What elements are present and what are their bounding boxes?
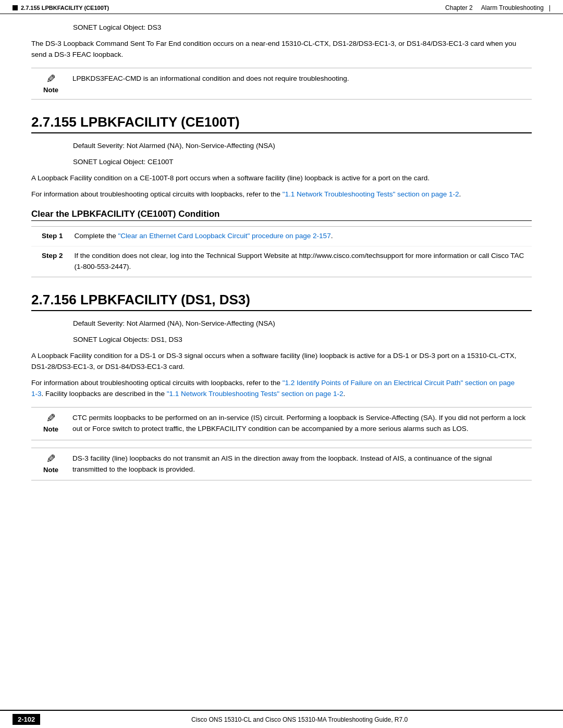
intro-note-box: ✎ Note LPBKDS3FEAC-CMD is an information… [31, 68, 532, 100]
sec156-desc1: A Loopback Facility condition for a DS-1… [31, 351, 521, 373]
sec156-desc2-suffix: . [343, 390, 345, 398]
sec156-sonet-obj: SONET Logical Objects: DS1, DS3 [73, 335, 521, 346]
section-155-title: 2.7.155 LPBKFACILITY (CE100T) [31, 114, 532, 133]
sec155-sonet-obj: SONET Logical Object: CE100T [73, 157, 521, 168]
intro-ds3-desc: The DS-3 Loopback Command Sent To Far En… [31, 39, 521, 60]
table-row: Step 2 If the condition does not clear, … [31, 246, 532, 277]
note-label-1: Note [43, 425, 58, 433]
main-content: SONET Logical Object: DS3 The DS-3 Loopb… [0, 14, 563, 519]
note-icon-area-2: ✎ Note [36, 453, 65, 474]
section-156-title: 2.7.156 LPBKFACILITY (DS1, DS3) [31, 292, 532, 311]
note-label-2: Note [43, 466, 58, 474]
table-row: Step 1 Complete the "Clear an Ethernet C… [31, 227, 532, 246]
sec156-note2-box: ✎ Note DS-3 facility (line) loopbacks do… [31, 448, 532, 481]
step2-content: If the condition does not clear, log int… [68, 246, 532, 277]
step1-label: Step 1 [31, 227, 68, 246]
sec156-severity: Default Severity: Not Alarmed (NA), Non-… [73, 318, 521, 329]
pencil-icon-1: ✎ [46, 413, 56, 424]
page-number: 2-102 [13, 714, 40, 725]
sec155-desc1: A Loopback Facility condition on a CE-10… [31, 173, 521, 184]
sec155-desc2-suffix: . [459, 190, 461, 198]
sec155-desc2-prefix: For information about troubleshooting op… [31, 190, 283, 198]
sec156-note2-content: DS-3 facility (line) loopbacks do not tr… [72, 453, 527, 475]
header-section: Alarm Troubleshooting [481, 4, 544, 11]
header-breadcrumb: 2.7.155 LPBKFACILITY (CE100T) [21, 5, 109, 11]
sec156-desc2-prefix: For information about troubleshooting op… [31, 379, 283, 387]
pencil-icon: ✎ [46, 73, 56, 85]
sec156-note1-box: ✎ Note CTC permits loopbacks to be perfo… [31, 407, 532, 440]
header-chapter: Chapter 2 [445, 4, 473, 11]
intro-sonet-object: SONET Logical Object: DS3 [73, 22, 521, 33]
header-left: 2.7.155 LPBKFACILITY (CE100T) [13, 5, 109, 11]
footer-text: Cisco ONS 15310-CL and Cisco ONS 15310-M… [48, 716, 550, 723]
header-square-icon [13, 5, 18, 10]
step2-label: Step 2 [31, 246, 68, 277]
pencil-icon-2: ✎ [46, 453, 56, 465]
note-icon-area-1: ✎ Note [36, 413, 65, 433]
page-footer: 2-102 Cisco ONS 15310-CL and Cisco ONS 1… [0, 710, 563, 728]
sec155-desc2: For information about troubleshooting op… [31, 189, 521, 200]
step1-text-prefix: Complete the [75, 232, 118, 240]
sec155-severity: Default Severity: Not Alarmed (NA), Non-… [73, 141, 521, 152]
sec156-desc2-middle: . Facility loopbacks are described in th… [42, 390, 167, 398]
step1-link[interactable]: "Clear an Ethernet Card Loopback Circuit… [118, 232, 331, 240]
intro-note-content: LPBKDS3FEAC-CMD is an informational cond… [72, 73, 527, 84]
step1-content: Complete the "Clear an Ethernet Card Loo… [68, 227, 532, 246]
sec156-desc2: For information about troubleshooting op… [31, 378, 521, 400]
sec155-desc2-link[interactable]: "1.1 Network Troubleshooting Tests" sect… [283, 190, 459, 198]
step1-suffix: . [331, 232, 333, 240]
header-right: Chapter 2 Alarm Troubleshooting | [445, 4, 550, 11]
note-icon-area: ✎ Note [36, 73, 65, 94]
steps-table-155: Step 1 Complete the "Clear an Ethernet C… [31, 226, 532, 277]
sec156-note1-content: CTC permits loopbacks to be performed on… [72, 413, 527, 435]
subsection-155-title: Clear the LPBKFACILITY (CE100T) Conditio… [31, 209, 532, 221]
note-label: Note [43, 86, 58, 94]
sec156-desc2-link2[interactable]: "1.1 Network Troubleshooting Tests" sect… [167, 390, 344, 398]
page-header: 2.7.155 LPBKFACILITY (CE100T) Chapter 2 … [0, 0, 563, 14]
